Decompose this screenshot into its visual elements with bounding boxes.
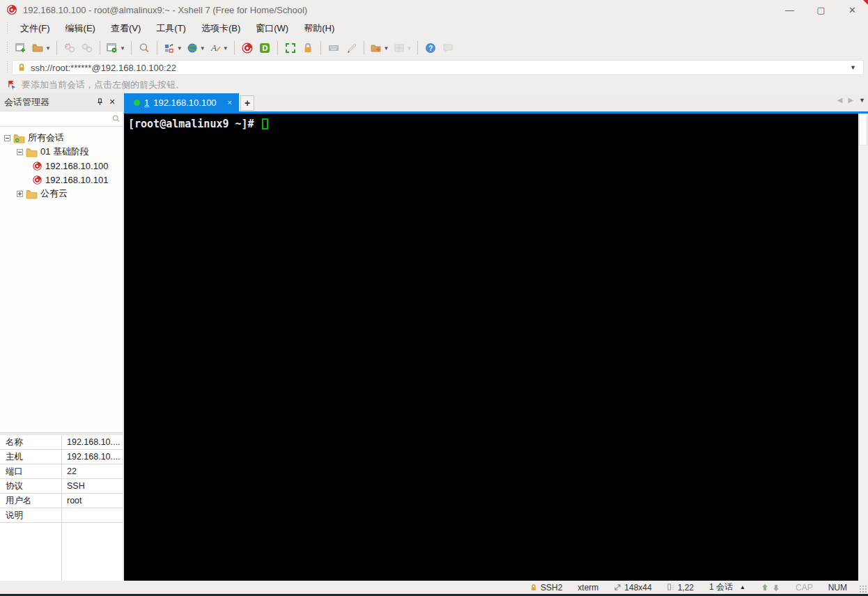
- xftp-button[interactable]: D: [256, 40, 273, 56]
- find-button[interactable]: [136, 40, 153, 56]
- menu-tabs[interactable]: 选项卡(B): [194, 20, 247, 37]
- collapse-icon[interactable]: [4, 135, 10, 141]
- keyboard-icon: [327, 42, 340, 54]
- tab-list-caret-icon[interactable]: ▼: [859, 97, 865, 104]
- virtual-keyboard-button[interactable]: [325, 40, 342, 56]
- fullscreen-button[interactable]: [282, 40, 299, 56]
- status-caps-lock: CAP: [796, 583, 813, 593]
- web-browser-button[interactable]: ▼: [185, 40, 207, 56]
- address-url: ssh://root:******@192.168.10.100:22: [31, 63, 846, 73]
- xshell-button[interactable]: [239, 40, 256, 56]
- menu-file[interactable]: 文件(F): [13, 20, 57, 37]
- tab-scroll-left-icon[interactable]: ◀: [837, 96, 843, 104]
- expand-icon[interactable]: [17, 191, 23, 197]
- arrange-layout-icon: [163, 42, 176, 54]
- status-sessions-label: 1 会话: [709, 581, 733, 593]
- session-search-input[interactable]: [3, 114, 111, 124]
- highlight-pen-button[interactable]: [343, 40, 359, 56]
- tree-item-session-100[interactable]: 192.168.10.100: [0, 159, 123, 173]
- status-num-lock: NUM: [828, 583, 847, 593]
- maximize-button[interactable]: ▢: [805, 0, 837, 19]
- tab-close-icon[interactable]: ×: [228, 98, 232, 107]
- arrange-layout-caret: ▼: [177, 45, 183, 52]
- menu-view[interactable]: 查看(V): [104, 20, 148, 37]
- collapse-icon[interactable]: [17, 149, 23, 155]
- open-session-button[interactable]: ▼: [30, 40, 52, 56]
- status-terminal-type[interactable]: xterm: [578, 583, 598, 593]
- new-folder-button[interactable]: ▼: [369, 40, 391, 56]
- resize-icon: [614, 583, 621, 591]
- tree-item-label: 192.168.10.100: [45, 161, 108, 171]
- addressbar-grip[interactable]: [6, 61, 9, 74]
- tree-item-label: 公有云: [40, 187, 68, 200]
- property-value: 192.168.10....: [61, 452, 123, 462]
- font-icon: A: [209, 42, 222, 54]
- terminal-screen[interactable]: [root@almalinux9 ~]#: [124, 113, 858, 581]
- tab-bar: 1 192.168.10.100 × + ◀ ▶ ▼: [124, 93, 868, 111]
- menu-help[interactable]: 帮助(H): [297, 20, 341, 37]
- scrollbar-thumb[interactable]: [859, 113, 867, 146]
- folder-icon: [26, 189, 38, 199]
- toolbar-separator: [234, 41, 235, 55]
- download-arrow-icon: [772, 583, 780, 592]
- font-caret: ▼: [223, 45, 228, 52]
- status-sessions[interactable]: 1 会话 ▲: [709, 581, 745, 593]
- session-search-box[interactable]: [0, 111, 123, 127]
- status-size-label: 148x44: [624, 583, 651, 593]
- arrange-layout-button[interactable]: ▼: [162, 40, 184, 56]
- disconnect-button[interactable]: [61, 40, 78, 56]
- cursor-position-icon: [667, 583, 675, 591]
- address-bar: ssh://root:******@192.168.10.100:22 ▼: [0, 58, 868, 77]
- resize-grip[interactable]: [859, 585, 867, 593]
- xshell-session-icon: [32, 161, 42, 171]
- folder-icon: [26, 147, 38, 157]
- feedback-button[interactable]: [440, 40, 456, 56]
- address-lock-icon: [17, 63, 26, 72]
- new-tab-button[interactable]: +: [240, 95, 254, 111]
- status-transfer[interactable]: [761, 583, 780, 592]
- minimize-button[interactable]: —: [774, 0, 805, 19]
- new-session-icon: [15, 42, 27, 54]
- pen-icon: [345, 42, 357, 54]
- session-properties-icon: [106, 42, 118, 54]
- pin-icon[interactable]: [93, 96, 106, 109]
- lock-screen-button[interactable]: [300, 40, 316, 56]
- property-value: root: [61, 496, 123, 505]
- address-dropdown-caret[interactable]: ▼: [850, 64, 859, 71]
- property-label: 主机: [0, 451, 61, 463]
- tree-item-all-sessions[interactable]: 所有会话: [0, 131, 123, 145]
- flag-icon: [7, 80, 17, 91]
- help-button[interactable]: ?: [422, 40, 439, 56]
- tab-scroll-right-icon[interactable]: ▶: [848, 96, 853, 104]
- new-folder-caret: ▼: [384, 45, 389, 52]
- status-encryption[interactable]: SSH2: [529, 583, 562, 593]
- panel-close-icon[interactable]: ✕: [106, 96, 118, 109]
- session-properties-button[interactable]: ▼: [104, 40, 127, 56]
- address-input[interactable]: ssh://root:******@192.168.10.100:22 ▼: [12, 60, 864, 75]
- toolbar-grip[interactable]: [6, 42, 9, 54]
- reconnect-button[interactable]: [79, 40, 95, 56]
- menu-tools[interactable]: 工具(T): [149, 20, 193, 37]
- svg-text:?: ?: [429, 45, 433, 52]
- layout-grid-icon: [393, 42, 405, 54]
- tree-item-session-101[interactable]: 192.168.10.101: [0, 173, 123, 187]
- tree-item-folder-public-cloud[interactable]: 公有云: [0, 187, 123, 201]
- menubar-grip[interactable]: [6, 22, 9, 35]
- terminal-scrollbar[interactable]: [858, 113, 868, 581]
- status-size: 148x44: [614, 583, 651, 593]
- search-icon: [111, 114, 121, 123]
- property-value: 22: [61, 466, 123, 476]
- toolbar-separator: [56, 41, 57, 55]
- font-button[interactable]: A ▼: [208, 40, 230, 56]
- layout-grid-button[interactable]: ▼: [392, 40, 414, 56]
- tree-item-folder-basics[interactable]: 01 基础阶段: [0, 145, 123, 159]
- property-row-protocol: 协议 SSH: [0, 479, 123, 494]
- menu-edit[interactable]: 编辑(E): [59, 20, 102, 37]
- menu-window[interactable]: 窗口(W): [249, 20, 295, 37]
- property-row-host: 主机 192.168.10....: [0, 450, 123, 464]
- new-session-button[interactable]: [13, 40, 29, 56]
- tab-session[interactable]: 1 192.168.10.100 ×: [124, 93, 239, 111]
- xshell-logo-icon: [6, 4, 17, 15]
- disconnect-icon: [63, 42, 76, 54]
- connected-dot-icon: [134, 100, 140, 106]
